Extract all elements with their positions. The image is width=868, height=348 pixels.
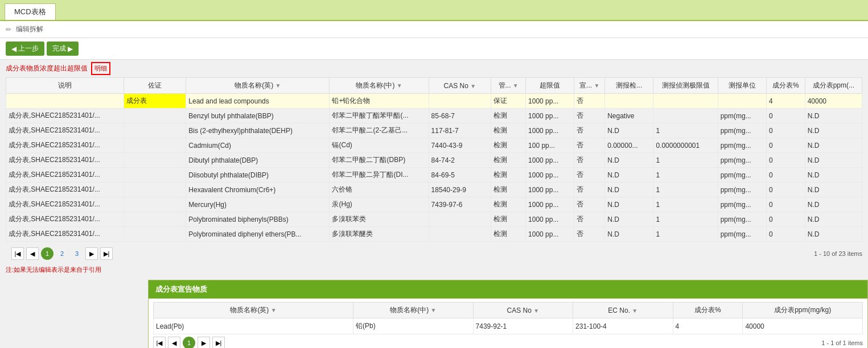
table-cell: Dibutyl phthalate(DBP) <box>186 153 330 168</box>
nav-bar: ◀ 上一步 完成 ▶ <box>0 38 868 60</box>
table-cell: ppm(mg... <box>718 227 766 242</box>
sub-filter-name-en-icon[interactable]: ▼ <box>271 307 277 313</box>
table-cell: 1000 pp... <box>526 183 574 197</box>
table-cell: 六价铬 <box>330 183 429 197</box>
table-cell: 成分表,SHAEC2185231401/... <box>6 109 124 123</box>
last-page-btn[interactable]: ▶| <box>100 247 113 260</box>
table-cell: N.D <box>805 109 862 123</box>
col-detect-limit: 测报侦测极限值 <box>653 78 718 94</box>
table-cell: 1000 pp... <box>526 94 574 109</box>
table-cell: 否 <box>574 123 605 138</box>
table-cell <box>6 94 124 109</box>
table-cell: N.D <box>805 153 862 168</box>
sub-filter-name-zh-icon[interactable]: ▼ <box>430 307 436 313</box>
table-cell: 0 <box>766 109 805 123</box>
sub-col-ec: EC No. ▼ <box>573 303 673 318</box>
table-cell: 汞(Hg) <box>330 197 429 212</box>
table-cell: 0 <box>766 138 805 153</box>
table-cell: Bis (2-ethylhexyl)phthalate(DEHP) <box>186 123 330 138</box>
sub-table-cell: 4 <box>673 318 743 334</box>
table-cell: Polybrominated biphenyls(PBBs) <box>186 212 330 227</box>
table-cell: 否 <box>574 227 605 242</box>
table-cell: 84-74-2 <box>429 153 491 168</box>
filter-name-en-icon[interactable]: ▼ <box>275 82 281 89</box>
table-cell: N.D <box>605 197 653 212</box>
table-cell: 0 <box>766 197 805 212</box>
table-cell: ppm(mg... <box>718 212 766 227</box>
sub-filter-ec-icon[interactable]: ▼ <box>632 308 637 314</box>
next-page-btn[interactable]: ▶ <box>85 247 98 260</box>
sub-table-cell: 231-100-4 <box>573 318 673 334</box>
page-3[interactable]: 3 <box>71 247 83 260</box>
table-cell: N.D <box>805 183 862 197</box>
complete-button[interactable]: 完成 ▶ <box>47 42 79 56</box>
prev-page-btn[interactable]: ◀ <box>26 247 39 260</box>
sub-first-btn[interactable]: |◀ <box>153 337 166 348</box>
table-cell: 邻苯二甲酸丁酯苯甲酯(... <box>330 109 429 123</box>
table-cell: ppm(mg... <box>718 138 766 153</box>
page-2[interactable]: 2 <box>56 247 68 260</box>
table-cell: Negative <box>605 109 653 123</box>
sub-pagination-info: 1 - 1 of 1 items <box>821 339 863 346</box>
sub-col-cas: CAS No ▼ <box>473 303 573 318</box>
table-cell: Cadmium(Cd) <box>186 138 330 153</box>
table-cell <box>124 123 186 138</box>
table-cell: N.D <box>605 227 653 242</box>
col-desc: 说明 <box>6 78 124 94</box>
table-cell <box>429 94 491 109</box>
col-detect: 测报检... <box>605 78 653 94</box>
table-cell: 否 <box>574 109 605 123</box>
filter-cas-icon[interactable]: ▼ <box>470 83 476 89</box>
table-cell <box>124 109 186 123</box>
table-cell: 检测 <box>491 138 526 153</box>
tab-bar: MCD表格 <box>0 0 868 21</box>
sub-filter-cas-icon[interactable]: ▼ <box>533 308 539 314</box>
header-note: 成分表物质浓度超出超限值 明细 <box>0 60 868 77</box>
table-cell: 1 <box>653 227 718 242</box>
table-cell: 否 <box>574 183 605 197</box>
table-cell: 0 <box>766 123 805 138</box>
table-cell: 1000 pp... <box>526 109 574 123</box>
table-cell: N.D <box>605 153 653 168</box>
edit-disassemble-btn[interactable]: 编辑拆解 <box>16 24 43 34</box>
filter-declare-icon[interactable]: ▼ <box>594 82 599 89</box>
table-cell: ppm(mg... <box>718 183 766 197</box>
filter-manage-icon[interactable]: ▼ <box>513 82 519 89</box>
limit-exceeded-note: 成分表物质浓度超出超限值 <box>6 64 88 73</box>
detail-box[interactable]: 明细 <box>91 62 110 75</box>
table-cell: 1 <box>653 168 718 183</box>
table-cell: 84-69-5 <box>429 168 491 183</box>
table-cell <box>653 94 718 109</box>
table-cell: 铅+铅化合物 <box>330 94 429 109</box>
table-cell: 0 <box>766 183 805 197</box>
table-cell: ppm(mg... <box>718 197 766 212</box>
sub-col-name-zh: 物质名称(中) ▼ <box>353 303 473 318</box>
sub-table-cell: Lead(Pb) <box>154 318 353 334</box>
col-limit: 超限值 <box>526 78 574 94</box>
table-cell <box>124 153 186 168</box>
table-cell: 检测 <box>491 168 526 183</box>
table-cell: 否 <box>574 168 605 183</box>
table-cell <box>718 94 766 109</box>
back-button[interactable]: ◀ 上一步 <box>6 42 44 56</box>
pagination-info: 1 - 10 of 23 items <box>814 250 862 257</box>
table-cell: N.D <box>805 138 862 153</box>
sub-prev-btn[interactable]: ◀ <box>168 337 180 348</box>
table-cell: ppm(mg... <box>718 153 766 168</box>
table-cell: 否 <box>574 153 605 168</box>
filter-name-zh-icon[interactable]: ▼ <box>397 82 402 89</box>
table-cell: 117-81-7 <box>429 123 491 138</box>
table-cell: 1 <box>653 123 718 138</box>
table-cell: 邻苯二甲酸二(2-乙基己... <box>330 123 429 138</box>
table-cell: 1000 pp... <box>526 153 574 168</box>
table-cell: 18540-29-9 <box>429 183 491 197</box>
first-page-btn[interactable]: |◀ <box>11 247 24 260</box>
table-cell: 否 <box>574 197 605 212</box>
table-cell <box>124 227 186 242</box>
col-manage: 管... ▼ <box>491 78 526 94</box>
sub-next-btn[interactable]: ▶ <box>198 337 210 348</box>
tab-mcd[interactable]: MCD表格 <box>5 3 56 20</box>
table-cell: Hexavalent Chromium(Cr6+) <box>186 183 330 197</box>
sub-last-btn[interactable]: ▶| <box>212 337 225 348</box>
sub-panel: 成分表宣告物质 物质名称(英) ▼ 物质名称(中) ▼ CAS No ▼ EC … <box>148 280 868 348</box>
